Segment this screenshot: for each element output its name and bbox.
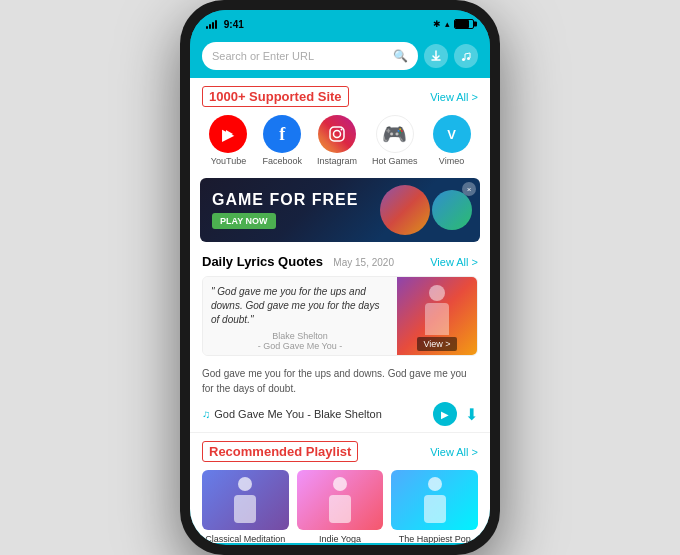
hotgames-icon: 🎮 — [376, 115, 414, 153]
vimeo-label: Vimeo — [439, 156, 464, 166]
youtube-label: YouTube — [211, 156, 246, 166]
vimeo-icon: V — [433, 115, 471, 153]
lyrics-card: " God gave me you for the ups and downs.… — [202, 276, 478, 356]
site-youtube[interactable]: ▶ YouTube — [209, 115, 247, 166]
close-banner-button[interactable]: × — [462, 182, 476, 196]
search-bar-placeholder: Search or Enter URL — [212, 50, 387, 62]
lyrics-quote: " God gave me you for the ups and downs.… — [211, 285, 389, 327]
playlist-item-2[interactable]: The Happiest Pop — [391, 470, 478, 543]
lyrics-view-all[interactable]: View All > — [430, 256, 478, 268]
playlist-header: Recommended Playlist View All > — [202, 441, 478, 462]
header-icons — [424, 44, 478, 68]
banner-text-area: GAME FOR FREE PLAY NOW — [212, 191, 358, 229]
site-vimeo[interactable]: V Vimeo — [433, 115, 471, 166]
signal-icon — [206, 20, 217, 29]
main-content: 1000+ Supported Site View All > ▶ YouTub… — [190, 78, 490, 543]
playlist-item-1[interactable]: Indie Yoga — [297, 470, 384, 543]
lyrics-view-button[interactable]: View > — [417, 337, 456, 351]
svg-point-5 — [334, 131, 341, 138]
svg-point-6 — [341, 129, 343, 131]
song-actions: ▶ ⬇ — [433, 402, 478, 426]
play-button[interactable]: ▶ — [433, 402, 457, 426]
song-description: God gave me you for the ups and downs. G… — [202, 366, 478, 396]
search-icon: 🔍 — [393, 49, 408, 63]
status-left: 9:41 — [206, 19, 244, 30]
playlist-thumb-0 — [202, 470, 289, 530]
battery-icon — [454, 19, 474, 29]
playlist-label-2: The Happiest Pop — [391, 534, 478, 543]
song-name: ♫ God Gave Me You - Blake Shelton — [202, 408, 382, 420]
phone-frame: 9:41 ✱ ▴ Search or Enter URL 🔍 — [180, 0, 500, 555]
playlist-item-0[interactable]: Classical Meditation — [202, 470, 289, 543]
playlist-grid: Classical Meditation Indie Yoga — [202, 470, 478, 543]
site-hotgames[interactable]: 🎮 Hot Games — [372, 115, 418, 166]
site-facebook[interactable]: f Facebook — [262, 115, 302, 166]
facebook-label: Facebook — [262, 156, 302, 166]
playlist-thumb-1 — [297, 470, 384, 530]
lyrics-title: Daily Lyrics Quotes — [202, 254, 323, 269]
supported-sites-view-all[interactable]: View All > — [430, 91, 478, 103]
lyrics-section: Daily Lyrics Quotes May 15, 2020 View Al… — [190, 246, 490, 360]
banner-title: GAME FOR FREE — [212, 191, 358, 209]
lyrics-date: May 15, 2020 — [333, 257, 394, 268]
status-bar: 9:41 ✱ ▴ — [190, 10, 490, 38]
bluetooth-icon: ✱ — [433, 19, 441, 29]
search-area: Search or Enter URL 🔍 — [190, 38, 490, 78]
lyrics-header-left: Daily Lyrics Quotes May 15, 2020 — [202, 252, 394, 270]
playlist-label-0: Classical Meditation — [202, 534, 289, 543]
instagram-label: Instagram — [317, 156, 357, 166]
song-row: ♫ God Gave Me You - Blake Shelton ▶ ⬇ — [202, 402, 478, 426]
search-bar[interactable]: Search or Enter URL 🔍 — [202, 42, 418, 70]
music-button[interactable] — [454, 44, 478, 68]
status-right: ✱ ▴ — [433, 19, 474, 29]
playlist-label-1: Indie Yoga — [297, 534, 384, 543]
supported-sites-header: 1000+ Supported Site View All > — [190, 78, 490, 111]
lyrics-image: View > — [397, 277, 477, 355]
playlist-thumb-2 — [391, 470, 478, 530]
facebook-icon: f — [263, 115, 301, 153]
playlist-title: Recommended Playlist — [202, 441, 358, 462]
phone-screen: 9:41 ✱ ▴ Search or Enter URL 🔍 — [190, 10, 490, 545]
playlist-section: Recommended Playlist View All > — [190, 433, 490, 543]
hotgames-label: Hot Games — [372, 156, 418, 166]
site-instagram[interactable]: Instagram — [317, 115, 357, 166]
time-display: 9:41 — [224, 19, 244, 30]
youtube-icon: ▶ — [209, 115, 247, 153]
download-song-button[interactable]: ⬇ — [465, 405, 478, 424]
instagram-icon — [318, 115, 356, 153]
download-button[interactable] — [424, 44, 448, 68]
banner-art — [380, 185, 472, 235]
playlist-view-all[interactable]: View All > — [430, 446, 478, 458]
lyrics-header: Daily Lyrics Quotes May 15, 2020 View Al… — [202, 252, 478, 270]
wifi-icon: ▴ — [445, 19, 450, 29]
music-note-icon: ♫ — [202, 408, 210, 420]
banner-ad[interactable]: GAME FOR FREE PLAY NOW × — [200, 178, 480, 242]
song-info: God gave me you for the ups and downs. G… — [190, 360, 490, 433]
lyrics-artist: Blake Shelton - God Gave Me You - — [211, 331, 389, 351]
lyrics-text-area: " God gave me you for the ups and downs.… — [203, 277, 397, 355]
sites-row: ▶ YouTube f Facebook — [190, 111, 490, 174]
play-now-button[interactable]: PLAY NOW — [212, 213, 276, 229]
supported-sites-title: 1000+ Supported Site — [202, 86, 349, 107]
